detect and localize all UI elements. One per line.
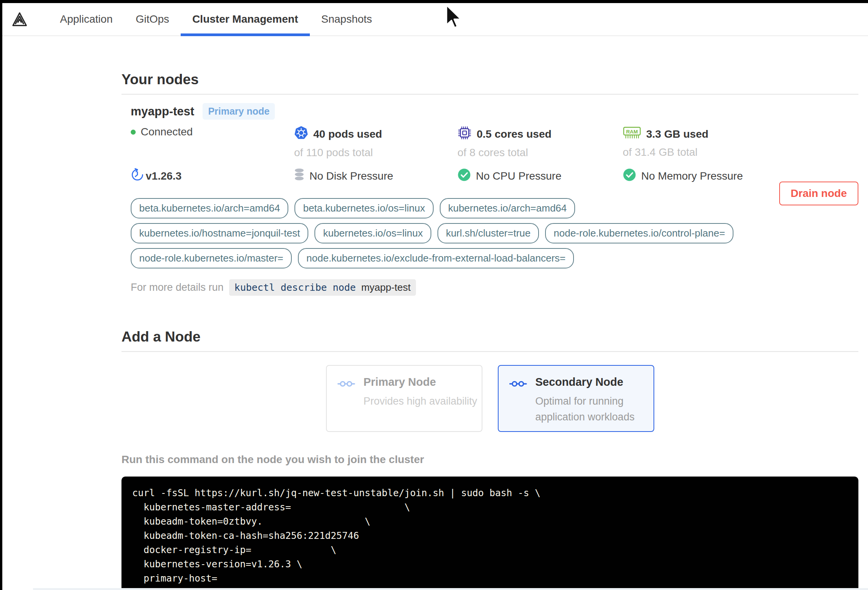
tab-gitops[interactable]: GitOps bbox=[124, 3, 181, 35]
node-stats-row: Connected bbox=[131, 126, 858, 159]
node-status-label: Connected bbox=[141, 126, 193, 138]
node-version: v1.26.3 bbox=[131, 168, 294, 184]
memory-stat: RAM 3.3 GB used of 31.4 GB total bbox=[623, 126, 858, 158]
tab-cluster-management[interactable]: Cluster Management bbox=[181, 3, 309, 35]
node-status: Connected bbox=[131, 126, 294, 138]
svg-text:RAM: RAM bbox=[626, 129, 638, 135]
secondary-node-card-desc: Optimal for running application workload… bbox=[535, 393, 651, 425]
your-nodes-title: Your nodes bbox=[121, 72, 858, 88]
memory-used-label: 3.3 GB used bbox=[646, 128, 708, 140]
nav-tabs: Application GitOps Cluster Management Sn… bbox=[48, 3, 384, 35]
pods-used-label: 40 pods used bbox=[313, 128, 382, 140]
cores-stat: 0.5 cores used of 8 cores total bbox=[457, 126, 623, 159]
secondary-node-card[interactable]: Secondary Node Optimal for running appli… bbox=[498, 365, 654, 432]
check-icon bbox=[623, 168, 636, 184]
join-command-terminal: curl -fsSL https://kurl.sh/jq-new-test-u… bbox=[121, 477, 858, 590]
node-label-pill: kubernetes.io/hostname=jonquil-test bbox=[131, 223, 308, 243]
node-conditions-row: v1.26.3 No Disk Pressure bbox=[131, 168, 858, 184]
node-label-pill: node-role.kubernetes.io/master= bbox=[131, 248, 292, 268]
primary-node-card-title: Primary Node bbox=[364, 376, 477, 388]
cpu-icon bbox=[457, 126, 472, 143]
version-icon bbox=[131, 168, 144, 184]
kubectl-command: kubectl describe node bbox=[234, 282, 356, 293]
check-icon bbox=[457, 168, 471, 184]
drain-node-button[interactable]: Drain node bbox=[779, 182, 858, 205]
cpu-pressure-status: No CPU Pressure bbox=[457, 168, 623, 184]
node-link-icon bbox=[509, 380, 527, 431]
node-labels: beta.kubernetes.io/arch=amd64 beta.kuber… bbox=[131, 198, 753, 268]
secondary-node-card-text: Secondary Node Optimal for running appli… bbox=[535, 376, 651, 431]
section-divider bbox=[121, 351, 858, 352]
node-version-label: v1.26.3 bbox=[146, 170, 181, 182]
node-name: myapp-test bbox=[131, 105, 194, 118]
secondary-node-card-title: Secondary Node bbox=[535, 376, 651, 388]
memory-total-label: of 31.4 GB total bbox=[623, 146, 858, 158]
node-label-pill: kubernetes.io/os=linux bbox=[314, 223, 431, 243]
node-type-options: Primary Node Provides high availability … bbox=[121, 365, 858, 432]
node-details-hint: For more details run kubectl describe no… bbox=[131, 279, 858, 296]
ram-icon: RAM bbox=[623, 126, 641, 142]
node-label-pill: beta.kubernetes.io/os=linux bbox=[294, 198, 433, 218]
disk-pressure-status: No Disk Pressure bbox=[294, 168, 457, 184]
bottom-edge-divider bbox=[33, 588, 868, 590]
node-label-pill: kubernetes.io/arch=amd64 bbox=[440, 198, 575, 218]
node-header: myapp-test Primary node bbox=[131, 103, 858, 120]
primary-node-card[interactable]: Primary Node Provides high availability bbox=[326, 365, 482, 432]
kubernetes-icon bbox=[294, 126, 308, 143]
kurl-logo-icon[interactable] bbox=[11, 3, 28, 35]
tab-snapshots[interactable]: Snapshots bbox=[310, 3, 384, 35]
main-content: Your nodes myapp-test Primary node Conne… bbox=[121, 72, 858, 590]
top-nav: Application GitOps Cluster Management Sn… bbox=[2, 3, 868, 36]
cores-used-label: 0.5 cores used bbox=[477, 128, 552, 140]
primary-node-card-desc: Provides high availability bbox=[364, 393, 477, 409]
tab-application[interactable]: Application bbox=[48, 3, 124, 35]
node-link-icon bbox=[338, 380, 355, 431]
disk-pressure-label: No Disk Pressure bbox=[309, 170, 393, 182]
join-command-text: curl -fsSL https://kurl.sh/jq-new-test-u… bbox=[132, 486, 848, 585]
primary-node-badge: Primary node bbox=[203, 103, 275, 120]
node-label-pill: node-role.kubernetes.io/control-plane= bbox=[545, 223, 733, 243]
add-node-title: Add a Node bbox=[121, 329, 858, 345]
primary-node-card-text: Primary Node Provides high availability bbox=[364, 376, 477, 431]
pods-total-label: of 110 pods total bbox=[294, 147, 457, 159]
node-card: myapp-test Primary node Connected bbox=[131, 103, 858, 296]
cpu-pressure-label: No CPU Pressure bbox=[476, 170, 562, 182]
details-prefix: For more details run bbox=[131, 282, 224, 293]
node-label-pill: beta.kubernetes.io/arch=amd64 bbox=[131, 198, 288, 218]
node-label-pill: kurl.sh/cluster=true bbox=[437, 223, 539, 243]
admin-console-page: Application GitOps Cluster Management Sn… bbox=[2, 3, 868, 590]
disk-icon bbox=[294, 168, 304, 184]
cores-total-label: of 8 cores total bbox=[457, 147, 623, 159]
memory-pressure-label: No Memory Pressure bbox=[641, 170, 743, 182]
join-instruction: Run this command on the node you wish to… bbox=[121, 453, 858, 466]
node-label-pill: node.kubernetes.io/exclude-from-external… bbox=[298, 248, 574, 268]
kubectl-node-name: myapp-test bbox=[361, 282, 411, 293]
section-divider bbox=[121, 94, 858, 95]
kubectl-describe-chip: kubectl describe node myapp-test bbox=[229, 279, 416, 296]
connected-dot-icon bbox=[131, 130, 136, 135]
pods-stat: 40 pods used of 110 pods total bbox=[294, 126, 457, 159]
